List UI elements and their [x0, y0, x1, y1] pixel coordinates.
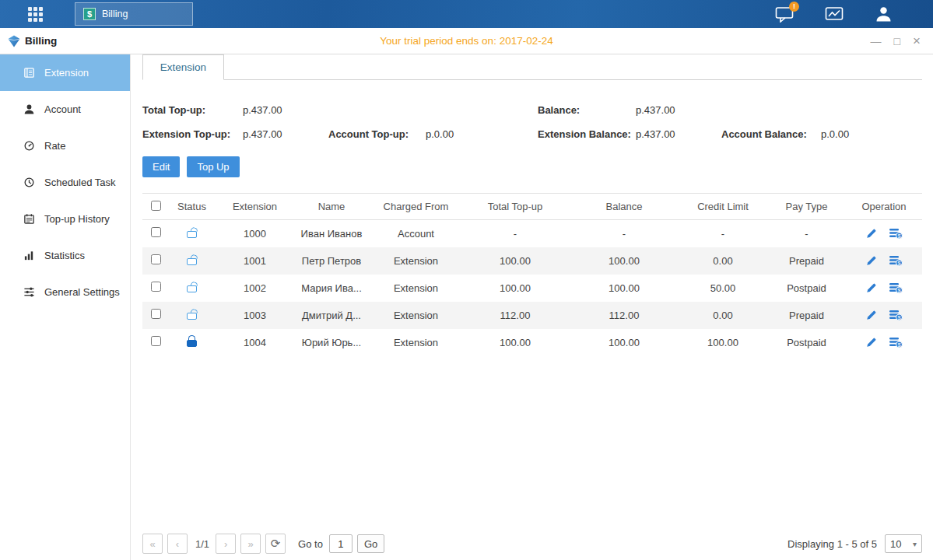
row-checkbox[interactable] — [151, 336, 161, 346]
sidebar-item-label: Statistics — [44, 250, 85, 261]
col-credit-limit: Credit Limit — [679, 194, 767, 220]
window-title-text: Billing — [25, 35, 57, 47]
cell-extension: 1001 — [218, 247, 292, 275]
account-topup-label: Account Top-up: — [328, 123, 426, 145]
cell-charged-from: Extension — [371, 302, 461, 329]
cell-extension: 1000 — [218, 220, 292, 247]
next-page-button[interactable]: › — [216, 534, 236, 554]
row-checkbox[interactable] — [151, 254, 161, 264]
edit-button[interactable]: Edit — [142, 156, 180, 177]
status-lock-icon[interactable] — [187, 226, 197, 238]
row-checkbox[interactable] — [151, 282, 161, 292]
billing-app-tab[interactable]: $ Billing — [75, 2, 193, 26]
cell-charged-from: Extension — [371, 275, 461, 302]
sidebar-item-label: Extension — [44, 67, 89, 79]
cell-extension: 1003 — [218, 302, 292, 329]
sidebar-item-label: Account — [44, 103, 81, 115]
maximize-icon[interactable]: □ — [894, 36, 900, 47]
statistics-icon — [23, 250, 35, 261]
topup-icon[interactable]: $ — [889, 228, 903, 240]
sidebar-item-topup-history[interactable]: Top-up History — [0, 201, 130, 237]
summary-panel: Total Top-up: p.437.00 Balance: p.437.00… — [142, 99, 922, 145]
cell-credit-limit: 50.00 — [679, 275, 767, 302]
chevron-down-icon: ▾ — [913, 540, 917, 548]
cell-balance: 100.00 — [570, 247, 679, 275]
table-row: 1000Иван ИвановAccount----$ — [142, 220, 922, 247]
edit-icon[interactable] — [866, 255, 877, 266]
topup-icon[interactable]: $ — [889, 337, 903, 348]
status-lock-icon[interactable] — [187, 254, 197, 265]
tab-extension[interactable]: Extension — [142, 54, 224, 80]
topup-icon[interactable]: $ — [889, 310, 903, 321]
user-account-icon[interactable] — [875, 5, 893, 23]
table-row: 1004Юрий Юрь...Extension100.00100.00100.… — [142, 329, 922, 356]
cell-pay-type: Prepaid — [767, 247, 846, 275]
cell-extension: 1004 — [218, 329, 292, 356]
monitor-chart-icon[interactable] — [825, 6, 844, 23]
cell-credit-limit: 100.00 — [679, 329, 767, 356]
extensions-table: Status Extension Name Charged From Total… — [142, 193, 922, 356]
cell-extension: 1002 — [218, 275, 292, 302]
notifications-icon[interactable]: ! — [775, 6, 794, 23]
total-topup-label: Total Top-up: — [142, 99, 243, 121]
sidebar-item-scheduled-task[interactable]: Scheduled Task — [0, 164, 130, 201]
cell-name: Иван Иванов — [292, 220, 371, 247]
prev-page-button[interactable]: ‹ — [167, 534, 188, 554]
go-button[interactable]: Go — [357, 534, 384, 553]
close-icon[interactable]: × — [913, 34, 921, 47]
table-row: 1001Петр ПетровExtension100.00100.000.00… — [142, 247, 922, 275]
col-balance: Balance — [570, 194, 679, 220]
dollar-icon: $ — [83, 8, 96, 20]
edit-icon[interactable] — [866, 310, 877, 320]
balance-label: Balance: — [538, 99, 636, 121]
cell-balance: - — [570, 220, 679, 247]
minimize-icon[interactable]: — — [871, 36, 882, 47]
last-page-button[interactable]: » — [240, 534, 261, 554]
sidebar-item-label: Rate — [44, 140, 65, 152]
sidebar-item-statistics[interactable]: Statistics — [0, 237, 130, 274]
page-size-select[interactable]: 10 ▾ — [885, 534, 922, 553]
cell-balance: 112.00 — [570, 302, 679, 329]
sidebar-item-extension[interactable]: Extension — [0, 54, 130, 91]
row-checkbox[interactable] — [151, 309, 161, 319]
cell-pay-type: - — [767, 220, 846, 247]
topup-icon[interactable]: $ — [889, 255, 903, 267]
cell-charged-from: Extension — [371, 247, 461, 275]
row-checkbox[interactable] — [151, 227, 161, 237]
extension-topup-label: Extension Top-up: — [142, 123, 243, 145]
cell-name: Дмитрий Д... — [292, 302, 371, 329]
cell-name: Петр Петров — [292, 247, 371, 275]
col-charged-from: Charged From — [371, 194, 461, 220]
rate-icon — [23, 140, 35, 152]
refresh-icon[interactable]: ⟳ — [265, 534, 286, 554]
top-up-button[interactable]: Top Up — [187, 156, 239, 177]
cell-charged-from: Account — [371, 220, 461, 247]
col-total-topup: Total Top-up — [461, 194, 570, 220]
edit-icon[interactable] — [866, 337, 877, 348]
account-icon — [23, 103, 35, 115]
sidebar-item-rate[interactable]: Rate — [0, 128, 130, 164]
sidebar-item-general-settings[interactable]: General Settings — [0, 274, 130, 310]
top-bar: $ Billing ! — [0, 0, 933, 28]
cell-balance: 100.00 — [570, 329, 679, 356]
status-lock-icon[interactable] — [187, 335, 197, 347]
status-lock-icon[interactable] — [187, 281, 197, 292]
cell-pay-type: Postpaid — [767, 275, 846, 302]
cell-name: Юрий Юрь... — [292, 329, 371, 356]
goto-page-input[interactable] — [329, 534, 353, 553]
billing-app-tab-label: Billing — [102, 9, 128, 19]
pagination-bar: « ‹ 1/1 › » ⟳ Go to Go Displaying 1 - 5 … — [142, 534, 922, 554]
edit-icon[interactable] — [866, 282, 877, 293]
cell-credit-limit: 0.00 — [679, 302, 767, 329]
status-lock-icon[interactable] — [187, 308, 197, 320]
edit-icon[interactable] — [866, 228, 877, 239]
extension-icon — [23, 67, 35, 79]
first-page-button[interactable]: « — [142, 534, 163, 554]
table-row: 1003Дмитрий Д...Extension112.00112.000.0… — [142, 302, 922, 329]
topup-icon[interactable]: $ — [889, 282, 903, 294]
app-grid-icon[interactable] — [28, 7, 43, 22]
extension-balance-label: Extension Balance: — [538, 123, 636, 145]
select-all-checkbox[interactable] — [151, 201, 161, 211]
total-topup-value: p.437.00 — [243, 99, 328, 121]
sidebar-item-account[interactable]: Account — [0, 91, 130, 128]
